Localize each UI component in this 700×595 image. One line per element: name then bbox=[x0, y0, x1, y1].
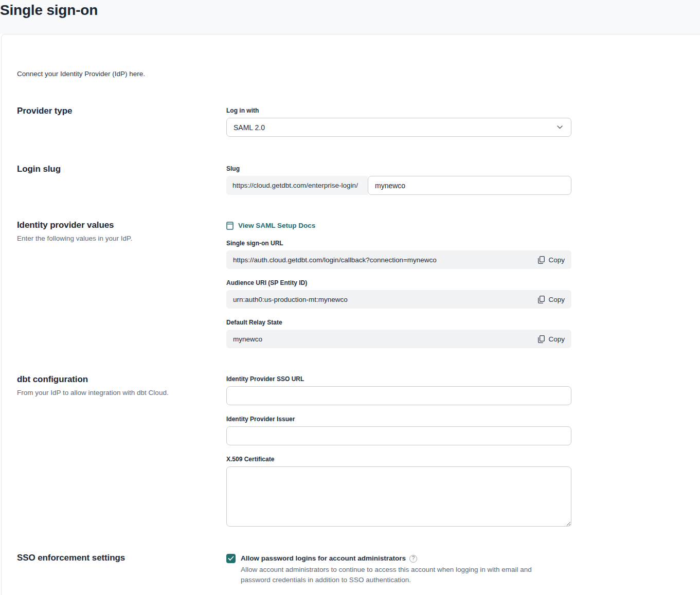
document-icon bbox=[226, 222, 234, 230]
slug-url-prefix: https://cloud.getdbt.com/enterprise-logi… bbox=[226, 176, 368, 195]
page-header: Single sign-on bbox=[0, 0, 700, 34]
sso-url-label: Single sign-on URL bbox=[226, 239, 571, 247]
audience-uri-value: urn:auth0:us-production-mt:mynewco bbox=[233, 296, 348, 303]
view-saml-docs-link[interactable]: View SAML Setup Docs bbox=[226, 221, 315, 231]
sso-url-readonly-field: https://auth.cloud.getdbt.com/login/call… bbox=[226, 250, 571, 269]
copy-icon bbox=[538, 256, 545, 264]
allow-password-logins-description: Allow account administrators to continue… bbox=[241, 565, 562, 585]
allow-password-logins-checkbox[interactable] bbox=[226, 554, 236, 563]
sso-url-value: https://auth.cloud.getdbt.com/login/call… bbox=[233, 256, 437, 264]
idp-values-section: Identity provider values Enter the follo… bbox=[17, 221, 700, 348]
login-with-selected-value: SAML 2.0 bbox=[234, 123, 265, 132]
idp-issuer-label: Identity Provider Issuer bbox=[226, 415, 571, 423]
idp-issuer-input[interactable] bbox=[226, 426, 571, 445]
slug-input-group: https://cloud.getdbt.com/enterprise-logi… bbox=[226, 176, 571, 195]
copy-audience-uri-button[interactable]: Copy bbox=[538, 290, 565, 309]
help-question-icon[interactable]: ? bbox=[409, 555, 417, 563]
page-title: Single sign-on bbox=[0, 0, 700, 21]
copy-button-label: Copy bbox=[548, 335, 565, 343]
slug-input[interactable] bbox=[368, 176, 571, 195]
idp-sso-url-input[interactable] bbox=[226, 386, 571, 405]
view-saml-docs-label: View SAML Setup Docs bbox=[238, 221, 315, 231]
dbt-configuration-subheading: From your IdP to allow integration with … bbox=[17, 388, 226, 398]
x509-certificate-label: X.509 Certificate bbox=[226, 455, 571, 463]
chevron-down-icon bbox=[557, 125, 563, 129]
x509-certificate-textarea[interactable] bbox=[226, 466, 571, 527]
audience-uri-readonly-field: urn:auth0:us-production-mt:mynewco Copy bbox=[226, 290, 571, 309]
allow-password-logins-label: Allow password logins for account admini… bbox=[241, 553, 406, 564]
copy-relay-state-button[interactable]: Copy bbox=[538, 330, 565, 348]
provider-type-heading: Provider type bbox=[17, 105, 226, 117]
idp-values-subheading: Enter the following values in your IdP. bbox=[17, 233, 226, 243]
checkmark-icon bbox=[228, 556, 234, 561]
sso-enforcement-heading: SSO enforcement settings bbox=[17, 552, 226, 564]
copy-icon bbox=[538, 296, 545, 303]
intro-text: Connect your Identity Provider (IdP) her… bbox=[17, 69, 700, 79]
login-slug-section: Login slug Slug https://cloud.getdbt.com… bbox=[17, 165, 700, 195]
relay-state-label: Default Relay State bbox=[226, 318, 571, 327]
sso-enforcement-section: SSO enforcement settings Allow password … bbox=[17, 553, 700, 585]
copy-icon bbox=[538, 335, 545, 343]
audience-uri-label: Audience URI (SP Entity ID) bbox=[226, 279, 571, 287]
idp-values-heading: Identity provider values bbox=[17, 219, 226, 231]
relay-state-value: mynewco bbox=[233, 335, 262, 343]
sso-settings-card: Connect your Identity Provider (IdP) her… bbox=[1, 34, 700, 595]
dbt-configuration-heading: dbt configuration bbox=[17, 373, 226, 386]
slug-label: Slug bbox=[226, 165, 571, 173]
provider-type-section: Provider type Log in with SAML 2.0 bbox=[17, 106, 700, 137]
login-with-select[interactable]: SAML 2.0 bbox=[226, 118, 571, 137]
copy-button-label: Copy bbox=[548, 256, 565, 264]
copy-sso-url-button[interactable]: Copy bbox=[538, 250, 565, 269]
relay-state-readonly-field: mynewco Copy bbox=[226, 330, 571, 348]
dbt-configuration-section: dbt configuration From your IdP to allow… bbox=[17, 375, 700, 529]
copy-button-label: Copy bbox=[548, 296, 565, 303]
login-with-label: Log in with bbox=[226, 106, 571, 115]
login-slug-heading: Login slug bbox=[17, 163, 226, 175]
idp-sso-url-label: Identity Provider SSO URL bbox=[226, 375, 571, 383]
